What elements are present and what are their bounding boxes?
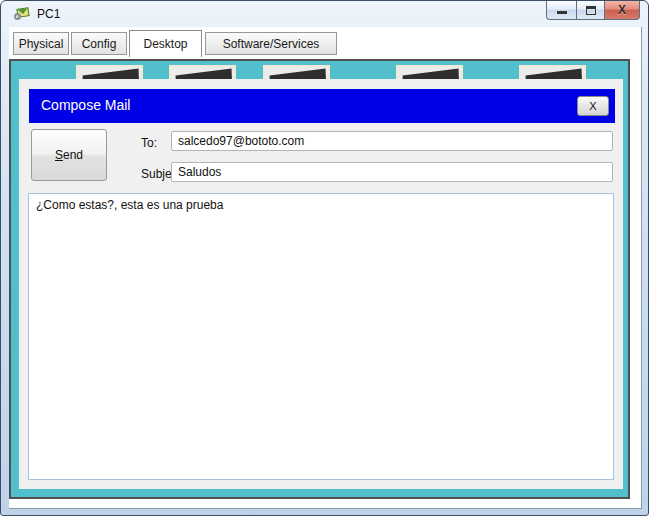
- window-titlebar: PC1 X: [1, 1, 648, 27]
- minimize-button[interactable]: [546, 1, 576, 20]
- minimize-icon: [557, 11, 567, 14]
- pc1-window: PC1 X Physical Config Desktop Software/S…: [0, 0, 649, 516]
- tab-physical[interactable]: Physical: [13, 32, 69, 55]
- pc-icon: [14, 6, 31, 23]
- window-controls: X: [546, 1, 640, 20]
- send-label-initial: S: [55, 148, 63, 162]
- close-icon: X: [618, 3, 626, 17]
- compose-mail-dialog: Compose Mail X Send To: Subject: ¿Como e…: [19, 79, 623, 489]
- compose-titlebar: Compose Mail X: [29, 89, 615, 123]
- to-label: To:: [141, 136, 157, 150]
- desktop-area: Compose Mail X Send To: Subject: ¿Como e…: [9, 59, 630, 499]
- tab-config[interactable]: Config: [71, 32, 127, 55]
- tab-desktop[interactable]: Desktop: [129, 30, 202, 57]
- message-body-textarea[interactable]: ¿Como estas?, esta es una prueba: [28, 193, 614, 480]
- tab-software-services[interactable]: Software/Services: [205, 32, 337, 55]
- compose-close-button[interactable]: X: [577, 96, 609, 116]
- send-label-rest: end: [63, 148, 83, 162]
- maximize-icon: [586, 6, 596, 15]
- subject-input[interactable]: [171, 162, 613, 182]
- send-button[interactable]: Send: [31, 129, 107, 181]
- maximize-button[interactable]: [576, 1, 605, 20]
- close-window-button[interactable]: X: [605, 1, 640, 20]
- compose-title: Compose Mail: [41, 97, 130, 113]
- window-title: PC1: [37, 7, 60, 21]
- to-input[interactable]: [171, 131, 613, 151]
